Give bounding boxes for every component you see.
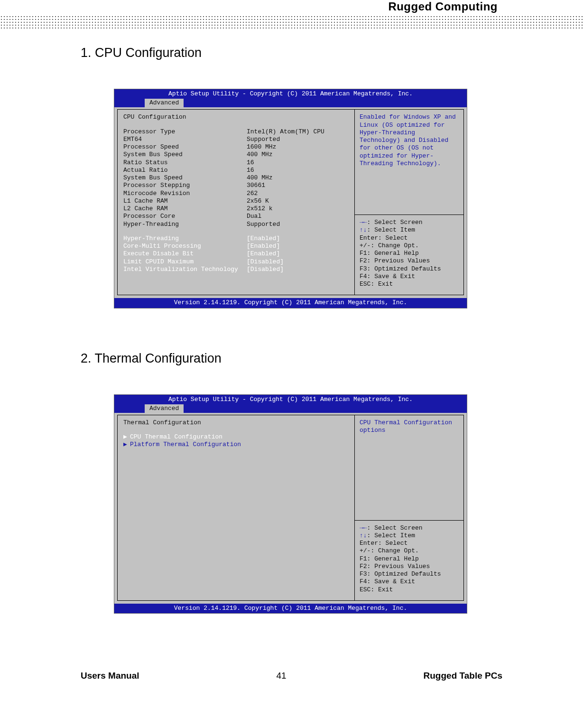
bios-info-key: System Bus Speed [123, 174, 247, 182]
bios-info-key: Microcode Revision [123, 190, 247, 197]
section-1-title: 1. CPU Configuration [81, 46, 533, 60]
bios-key-hint: →←: Select Screen [360, 219, 459, 226]
bios-option-value: [Enabled] [247, 235, 349, 243]
footer-left: Users Manual [81, 671, 139, 681]
bios-key-hint: F1: General Help [360, 250, 459, 257]
decorative-pattern [0, 15, 583, 29]
bios-key-hint: ↑↓: Select Item [360, 532, 459, 540]
content-area: 1. CPU Configuration Aptio Setup Utility… [0, 46, 583, 614]
bios-option-key: Hyper-Threading [123, 235, 247, 243]
bios-key-hint: ↑↓: Select Item [360, 226, 459, 234]
bios-tab-advanced[interactable]: Advanced [145, 99, 184, 107]
page-footer: Users Manual 41 Rugged Table PCs [0, 656, 583, 681]
arrow-key-icon: ↑↓ [360, 532, 367, 539]
bios-info-key: Processor Stepping [123, 182, 247, 189]
bios-submenu-item[interactable]: ▶Platform Thermal Configuration [123, 441, 349, 448]
bios-left-pane: Thermal Configuration ▶CPU Thermal Confi… [117, 415, 355, 601]
bios-info-row: System Bus Speed400 MHz [123, 174, 349, 182]
bios-submenu-label: CPU Thermal Configuration [130, 433, 222, 441]
bios-key-hint: +/-: Change Opt. [360, 547, 459, 555]
bios-key-guide: →←: Select Screen↑↓: Select ItemEnter: S… [355, 215, 463, 295]
bios-right-pane: CPU Thermal Configuration options →←: Se… [355, 415, 464, 601]
bios-info-row: EMT64Supported [123, 136, 349, 143]
bios-key-hint: F4: Save & Exit [360, 273, 459, 280]
bios-info-value: 16 [247, 167, 349, 174]
bios-key-guide: →←: Select Screen↑↓: Select ItemEnter: S… [355, 521, 463, 600]
bios-info-value: 262 [247, 190, 349, 197]
bios-info-row: Processor Stepping30661 [123, 182, 349, 189]
bios-key-hint: Enter: Select [360, 234, 459, 242]
bios-key-hint: F4: Save & Exit [360, 578, 459, 586]
bios-option-key: Core-Multi Processing [123, 243, 247, 250]
bios-info-key: Ratio Status [123, 159, 247, 167]
bios-info-value: 400 MHz [247, 151, 349, 159]
bios-titlebar: Aptio Setup Utility - Copyright (C) 2011… [114, 89, 467, 99]
bios-help-text: CPU Thermal Configuration options [355, 415, 463, 521]
bios-option-value: [Disabled] [247, 266, 349, 273]
bios-info-value: Supported [247, 136, 349, 143]
bios-option-row[interactable]: Limit CPUID Maximum[Disabled] [123, 258, 349, 266]
bios-info-key: Processor Speed [123, 143, 247, 151]
bios-key-hint: +/-: Change Opt. [360, 242, 459, 250]
bios-info-value: 2x512 k [247, 205, 349, 213]
bios-option-row[interactable]: Execute Disable Bit[Enabled] [123, 250, 349, 258]
bios-info-key: Hyper-Threading [123, 221, 247, 228]
bios-submenu-label: Platform Thermal Configuration [130, 441, 241, 448]
bios-info-row: Hyper-ThreadingSupported [123, 221, 349, 228]
section-2-title: 2. Thermal Configuration [81, 351, 533, 366]
document-page: Rugged Computing 1. CPU Configuration Ap… [0, 0, 583, 700]
bios-info-key: Processor Core [123, 213, 247, 220]
bios-info-key: Actual Ratio [123, 167, 247, 174]
bios-info-row: Actual Ratio16 [123, 167, 349, 174]
bios-info-key: L2 Cache RAM [123, 205, 247, 213]
bios-info-row: Processor TypeIntel(R) Atom(TM) CPU [123, 128, 349, 136]
bios-key-hint: →←: Select Screen [360, 524, 459, 532]
bios-info-row: Microcode Revision262 [123, 190, 349, 197]
bios-info-value: 400 MHz [247, 174, 349, 182]
bios-info-row: Processor Speed1600 MHz [123, 143, 349, 151]
bios-info-row: Ratio Status16 [123, 159, 349, 167]
submenu-arrow-icon: ▶ [123, 433, 130, 441]
bios-option-value: [Enabled] [247, 243, 349, 250]
bios-info-row: L2 Cache RAM2x512 k [123, 205, 349, 213]
bios-info-key: L1 Cache RAM [123, 197, 247, 205]
arrow-key-icon: →← [360, 524, 367, 532]
bios-key-hint: F2: Previous Values [360, 257, 459, 265]
bios-key-hint: F2: Previous Values [360, 563, 459, 570]
bios-body: Thermal Configuration ▶CPU Thermal Confi… [114, 413, 467, 604]
bios-option-value: [Enabled] [247, 250, 349, 258]
bios-option-row[interactable]: Intel Virtualization Technology[Disabled… [123, 266, 349, 273]
bios-info-row: L1 Cache RAM2x56 K [123, 197, 349, 205]
bios-right-pane: Enabled for Windows XP and Linux (OS opt… [355, 109, 464, 295]
bios-info-value: 16 [247, 159, 349, 167]
bios-info-key: Processor Type [123, 128, 247, 136]
bios-section-heading: CPU Configuration [123, 113, 349, 121]
bios-info-value: Intel(R) Atom(TM) CPU [247, 128, 349, 136]
bios-tab-advanced[interactable]: Advanced [145, 404, 184, 413]
bios-key-hint: F3: Optimized Defaults [360, 265, 459, 273]
bios-option-value: [Disabled] [247, 258, 349, 266]
bios-section-heading: Thermal Configuration [123, 419, 349, 427]
bios-key-hint: Enter: Select [360, 540, 459, 547]
arrow-key-icon: ↑↓ [360, 226, 367, 233]
bios-footer: Version 2.14.1219. Copyright (C) 2011 Am… [114, 604, 467, 613]
bios-key-hint: F3: Optimized Defaults [360, 570, 459, 578]
bios-info-key: EMT64 [123, 136, 247, 143]
footer-page-number: 41 [276, 671, 286, 681]
bios-info-key: System Bus Speed [123, 151, 247, 159]
bios-screenshot-thermal: Aptio Setup Utility - Copyright (C) 2011… [114, 394, 467, 614]
brand-header: Rugged Computing [0, 0, 583, 15]
bios-option-key: Limit CPUID Maximum [123, 258, 247, 266]
bios-key-hint: ESC: Exit [360, 280, 459, 288]
bios-footer: Version 2.14.1219. Copyright (C) 2011 Am… [114, 298, 467, 308]
bios-info-value: 1600 MHz [247, 143, 349, 151]
bios-option-key: Intel Virtualization Technology [123, 266, 247, 273]
bios-option-row[interactable]: Core-Multi Processing[Enabled] [123, 243, 349, 250]
bios-body: CPU Configuration Processor TypeIntel(R)… [114, 107, 467, 298]
bios-info-value: Supported [247, 221, 349, 228]
bios-info-row: Processor CoreDual [123, 213, 349, 220]
bios-titlebar: Aptio Setup Utility - Copyright (C) 2011… [114, 395, 467, 404]
bios-option-row[interactable]: Hyper-Threading[Enabled] [123, 235, 349, 243]
bios-screenshot-cpu: Aptio Setup Utility - Copyright (C) 2011… [114, 89, 467, 308]
bios-submenu-item[interactable]: ▶CPU Thermal Configuration [123, 433, 349, 441]
